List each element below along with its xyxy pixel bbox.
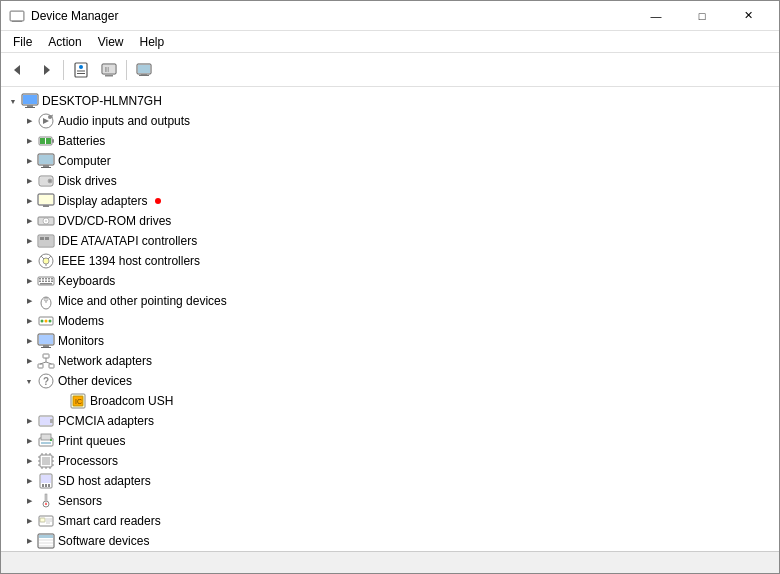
tree-root[interactable]: DESKTOP-HLMN7GH [1, 91, 779, 111]
print-label: Print queues [58, 434, 125, 448]
batteries-expand[interactable] [21, 133, 37, 149]
tree-item-smartcard[interactable]: Smart card readers [1, 511, 779, 531]
print-expand[interactable] [21, 433, 37, 449]
menu-file[interactable]: File [5, 33, 40, 51]
keyboards-label: Keyboards [58, 274, 115, 288]
menu-bar: File Action View Help [1, 31, 779, 53]
other-label: Other devices [58, 374, 132, 388]
svg-point-68 [44, 298, 48, 301]
ieee-expand[interactable] [21, 253, 37, 269]
tree-item-dvd[interactable]: DVD/CD-ROM drives [1, 211, 779, 231]
ide-expand[interactable] [21, 233, 37, 249]
audio-expand[interactable] [21, 113, 37, 129]
tree-item-network[interactable]: Network adapters [1, 351, 779, 371]
svg-rect-96 [42, 457, 50, 465]
tree-item-computer[interactable]: Computer [1, 151, 779, 171]
title-bar: Device Manager — □ ✕ [1, 1, 779, 31]
svg-rect-77 [43, 354, 49, 358]
display-expand[interactable] [21, 193, 37, 209]
tree-item-ide[interactable]: IDE ATA/ATAPI controllers [1, 231, 779, 251]
network-label: Network adapters [58, 354, 152, 368]
mice-label: Mice and other pointing devices [58, 294, 227, 308]
keyboards-expand[interactable] [21, 273, 37, 289]
computer-icon [37, 152, 55, 170]
svg-rect-47 [40, 237, 44, 240]
ieee-label: IEEE 1394 host controllers [58, 254, 200, 268]
tree-item-audio[interactable]: Audio inputs and outputs [1, 111, 779, 131]
sensors-label: Sensors [58, 494, 102, 508]
tree-item-sensors[interactable]: Sensors [1, 491, 779, 511]
tree-item-pcmcia[interactable]: PCMCIA adapters [1, 411, 779, 431]
view-button[interactable] [131, 57, 157, 83]
device-manager-window: Device Manager — □ ✕ File Action View He… [0, 0, 780, 574]
software-expand[interactable] [21, 533, 37, 549]
tree-item-sd[interactable]: SD host adapters [1, 471, 779, 491]
pcmcia-icon [37, 412, 55, 430]
properties-icon [73, 62, 89, 78]
svg-point-116 [45, 503, 47, 505]
update-driver-button[interactable]: ||| [96, 57, 122, 83]
tree-item-broadcom[interactable]: IC Broadcom USH [1, 391, 779, 411]
ide-icon [37, 232, 55, 250]
device-tree[interactable]: DESKTOP-HLMN7GH Audio inputs and outputs [1, 87, 779, 551]
monitors-expand[interactable] [21, 333, 37, 349]
back-icon [10, 62, 26, 78]
svg-rect-94 [50, 439, 52, 441]
tree-item-ieee[interactable]: IEEE 1394 host controllers [1, 251, 779, 271]
status-bar [1, 551, 779, 573]
svg-rect-110 [41, 475, 51, 483]
svg-rect-13 [105, 75, 113, 77]
menu-help[interactable]: Help [132, 33, 173, 51]
smartcard-expand[interactable] [21, 513, 37, 529]
network-expand[interactable] [21, 353, 37, 369]
svg-rect-65 [40, 283, 52, 285]
sd-expand[interactable] [21, 473, 37, 489]
svg-rect-124 [39, 539, 53, 541]
pcmcia-expand[interactable] [21, 413, 37, 429]
tree-item-processors[interactable]: Processors [1, 451, 779, 471]
computer-expand[interactable] [21, 153, 37, 169]
svg-rect-60 [39, 281, 41, 283]
tree-item-disk[interactable]: Disk drives [1, 171, 779, 191]
pcmcia-label: PCMCIA adapters [58, 414, 154, 428]
tree-item-software[interactable]: Software devices [1, 531, 779, 551]
dvd-expand[interactable] [21, 213, 37, 229]
tree-item-display[interactable]: Display adapters [1, 191, 779, 211]
menu-view[interactable]: View [90, 33, 132, 51]
disk-expand[interactable] [21, 173, 37, 189]
tree-item-other[interactable]: ? Other devices [1, 371, 779, 391]
svg-point-72 [49, 320, 52, 323]
close-button[interactable]: ✕ [725, 1, 771, 31]
tree-item-mice[interactable]: Mice and other pointing devices [1, 291, 779, 311]
svg-rect-90 [50, 419, 53, 423]
svg-point-44 [45, 220, 47, 222]
tree-item-print[interactable]: Print queues [1, 431, 779, 451]
forward-icon [38, 62, 54, 78]
maximize-button[interactable]: □ [679, 1, 725, 31]
processors-expand[interactable] [21, 453, 37, 469]
modems-expand[interactable] [21, 313, 37, 329]
svg-text:?: ? [43, 376, 49, 387]
properties-button[interactable] [68, 57, 94, 83]
ide-label: IDE ATA/ATAPI controllers [58, 234, 197, 248]
other-expand[interactable] [21, 373, 37, 389]
toolbar-separator-1 [63, 60, 64, 80]
svg-rect-2 [14, 20, 20, 21]
root-expand[interactable] [5, 93, 21, 109]
sensors-expand[interactable] [21, 493, 37, 509]
sd-label: SD host adapters [58, 474, 151, 488]
root-label: DESKTOP-HLMN7GH [42, 94, 162, 108]
tree-item-keyboards[interactable]: Keyboards [1, 271, 779, 291]
svg-rect-33 [43, 165, 49, 167]
forward-button[interactable] [33, 57, 59, 83]
tree-item-monitors[interactable]: Monitors [1, 331, 779, 351]
menu-action[interactable]: Action [40, 33, 89, 51]
tree-item-modems[interactable]: Modems [1, 311, 779, 331]
mice-expand[interactable] [21, 293, 37, 309]
title-bar-left: Device Manager [9, 8, 118, 24]
svg-text:IC: IC [75, 398, 82, 405]
keyboard-icon [37, 272, 55, 290]
tree-item-batteries[interactable]: Batteries [1, 131, 779, 151]
minimize-button[interactable]: — [633, 1, 679, 31]
back-button[interactable] [5, 57, 31, 83]
